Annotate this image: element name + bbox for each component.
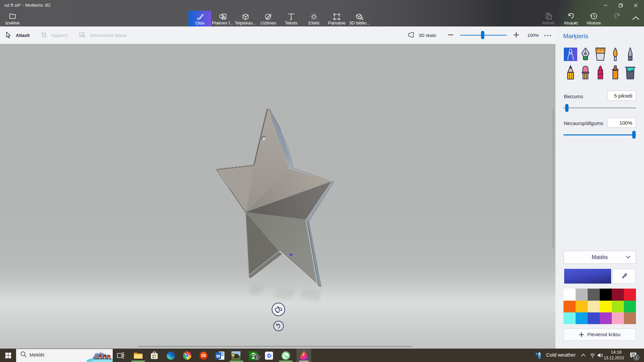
svg-text:Izvēlne: Izvēlne — [5, 20, 20, 25]
svg-text:W: W — [216, 354, 220, 359]
svg-text:EA: EA — [201, 354, 206, 358]
